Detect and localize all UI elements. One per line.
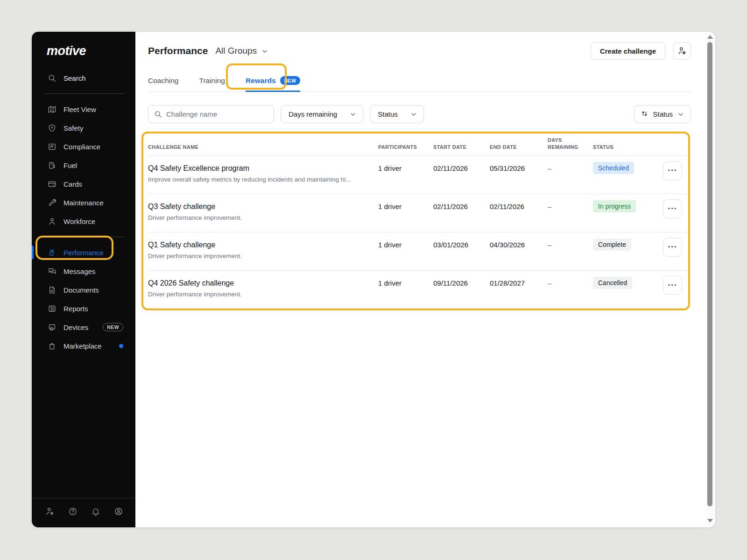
column-header-status: Status xyxy=(593,144,663,151)
table-header: Challenge name Participants Start date E… xyxy=(148,137,691,156)
motive-logo: motive xyxy=(32,32,135,61)
status-filter[interactable]: Status xyxy=(370,105,424,123)
status-badge: Cancelled xyxy=(593,277,632,289)
device-icon xyxy=(48,323,56,332)
sidebar-item-label: Marketplace xyxy=(63,342,102,350)
end-date-value: 01/28/2027 xyxy=(490,278,548,299)
sidebar-item-devices[interactable]: Devices NEW xyxy=(32,318,135,336)
document-icon xyxy=(48,286,56,294)
challenge-name: Q4 2026 Safety challenge xyxy=(148,278,378,288)
column-header-days-remaining: Days remaining xyxy=(548,137,593,151)
sidebar-item-label: Reports xyxy=(63,305,88,313)
sidebar-item-marketplace[interactable]: Marketplace xyxy=(32,336,135,355)
sidebar-item-maintenance[interactable]: Maintenance xyxy=(32,193,135,212)
sidebar-item-label: Fleet View xyxy=(63,105,96,113)
admin-settings-icon[interactable] xyxy=(45,507,55,516)
filter-label: Days remaining xyxy=(289,110,337,118)
column-header-name: Challenge name xyxy=(148,144,378,151)
challenge-name-search[interactable] xyxy=(148,105,274,123)
tab-coaching[interactable]: Coaching xyxy=(148,72,179,91)
challenge-name: Q3 Safety challenge xyxy=(148,201,378,212)
row-menu-button[interactable]: ··· xyxy=(663,161,682,180)
sidebar-item-fleet-view[interactable]: Fleet View xyxy=(32,100,135,119)
status-badge: In progress xyxy=(593,200,636,212)
scrollbar-down-arrow[interactable] xyxy=(707,519,713,523)
group-selector-label: All Groups xyxy=(215,46,257,56)
sidebar-item-reports[interactable]: Reports xyxy=(32,299,135,318)
days-remaining-value: – xyxy=(548,163,593,184)
end-date-value: 02/11/2026 xyxy=(490,201,548,222)
table-row[interactable]: Q4 2026 Safety challenge Driver performa… xyxy=(148,270,691,308)
account-icon[interactable] xyxy=(114,507,123,516)
chevron-down-icon xyxy=(349,111,357,118)
row-menu-button[interactable]: ··· xyxy=(663,276,682,295)
sidebar-item-documents[interactable]: Documents xyxy=(32,280,135,299)
challenge-name-input[interactable] xyxy=(166,110,268,118)
filter-bar: Days remaining Status Status xyxy=(148,105,691,123)
sort-by-dropdown[interactable]: Status xyxy=(634,105,691,123)
sidebar-item-cards[interactable]: Cards xyxy=(32,175,135,193)
search-icon xyxy=(154,110,162,118)
scrollbar-thumb[interactable] xyxy=(707,42,712,506)
challenge-name: Q1 Safety challenge xyxy=(148,239,378,250)
start-date-value: 03/01/2026 xyxy=(433,239,490,260)
sidebar-footer xyxy=(32,498,135,527)
tab-rewards[interactable]: Rewards NEW xyxy=(246,71,300,92)
scrollbar-up-arrow[interactable] xyxy=(707,35,713,39)
shield-icon xyxy=(48,124,56,133)
end-date-value: 04/30/2026 xyxy=(490,239,548,260)
page-header: Performance All Groups Create challenge xyxy=(148,42,691,60)
days-remaining-value: – xyxy=(548,278,593,299)
filter-label: Status xyxy=(378,110,398,118)
sidebar-item-safety[interactable]: Safety xyxy=(32,119,135,137)
start-date-value: 02/11/2026 xyxy=(433,163,490,184)
admin-settings-button[interactable] xyxy=(673,42,691,60)
table-row[interactable]: Q1 Safety challenge Driver performance i… xyxy=(148,232,691,270)
days-remaining-filter[interactable]: Days remaining xyxy=(281,105,363,123)
wrench-icon xyxy=(48,198,56,207)
challenge-description: Improve overall safety metrics by reduci… xyxy=(148,175,378,184)
page: motive Search Fleet View xyxy=(0,0,747,560)
sidebar-item-label: Workforce xyxy=(63,217,95,225)
compliance-chart-icon xyxy=(48,142,56,151)
credit-card-icon xyxy=(48,180,56,189)
sidebar-item-label: Search xyxy=(63,74,86,82)
chevron-down-icon xyxy=(261,47,268,55)
sidebar-item-workforce[interactable]: Workforce xyxy=(32,212,135,231)
group-selector-dropdown[interactable]: All Groups xyxy=(215,46,268,56)
main-content: Performance All Groups Create challenge xyxy=(135,32,715,527)
sidebar-item-messages[interactable]: Messages xyxy=(32,262,135,280)
sidebar-item-label: Documents xyxy=(63,286,99,294)
sidebar-item-fuel[interactable]: Fuel xyxy=(32,156,135,175)
table-row[interactable]: Q4 Safety Excellence program Improve ove… xyxy=(148,156,691,194)
challenge-description: Driver performance improvement. xyxy=(148,214,378,222)
chevron-down-icon xyxy=(410,111,417,118)
sidebar-item-performance[interactable]: Performance xyxy=(32,243,135,262)
tab-training[interactable]: Training xyxy=(199,72,225,91)
chat-icon xyxy=(48,267,56,276)
map-icon xyxy=(48,105,56,114)
column-header-start-date: Start date xyxy=(433,144,490,151)
create-challenge-button[interactable]: Create challenge xyxy=(591,42,665,60)
participants-value: 1 driver xyxy=(378,163,433,184)
help-icon[interactable] xyxy=(68,507,78,516)
table-row[interactable]: Q3 Safety challenge Driver performance i… xyxy=(148,194,691,232)
participants-value: 1 driver xyxy=(378,239,433,260)
tab-label: Coaching xyxy=(148,77,179,85)
sidebar-item-compliance[interactable]: Compliance xyxy=(32,137,135,156)
challenge-name: Q4 Safety Excellence program xyxy=(148,163,378,174)
sidebar-nav-main: Fleet View Safety Compliance xyxy=(32,100,135,231)
sidebar-item-search[interactable]: Search xyxy=(32,69,135,87)
vertical-scrollbar xyxy=(705,32,715,527)
report-icon xyxy=(48,304,56,313)
medal-icon xyxy=(48,248,56,257)
row-menu-button[interactable]: ··· xyxy=(663,238,682,257)
notifications-bell-icon[interactable] xyxy=(91,507,100,516)
sidebar: motive Search Fleet View xyxy=(32,32,135,527)
sidebar-item-label: Performance xyxy=(63,249,104,257)
row-menu-button[interactable]: ··· xyxy=(663,199,682,218)
shopping-bag-icon xyxy=(48,342,56,350)
tab-label: Rewards xyxy=(246,77,276,85)
sidebar-divider xyxy=(44,93,125,94)
app-window: motive Search Fleet View xyxy=(32,32,715,527)
